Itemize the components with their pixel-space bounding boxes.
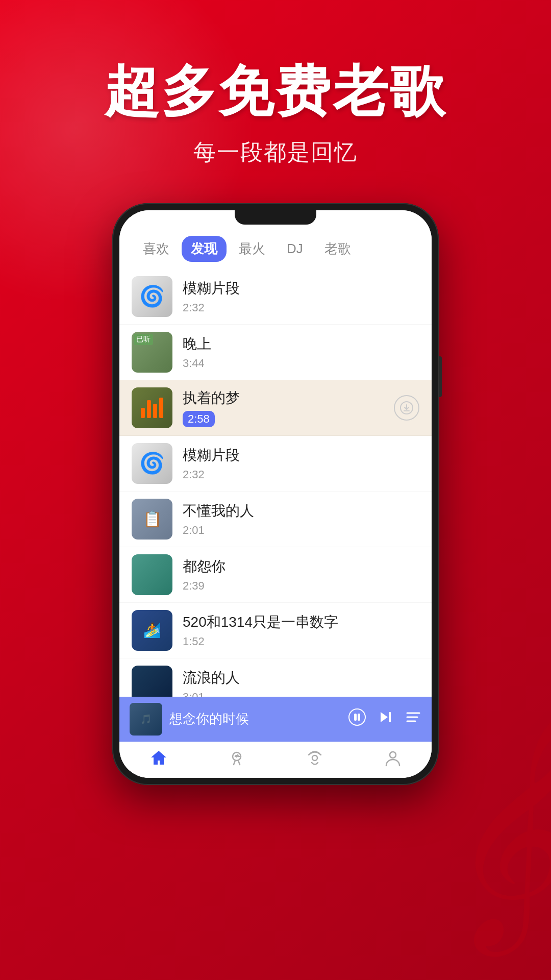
tab-discover[interactable]: 发现 [182,236,227,262]
song-info: 晚上 3:44 [183,334,419,370]
song-duration: 2:32 [183,468,419,481]
svg-rect-4 [358,714,360,721]
sub-title: 每一段都是回忆 [0,137,551,167]
song-item[interactable]: 🌀 模糊片段 2:32 [119,436,432,492]
swirl-icon: 🌀 [139,284,165,308]
song-item[interactable]: 🌀 模糊片段 2:32 [119,269,432,325]
song-list: 🌀 模糊片段 2:32 已听 晚上 3:44 [119,269,432,697]
song-thumbnail: 已听 [132,332,172,373]
song-item[interactable]: 都怨你 2:39 [119,547,432,603]
song-duration: 2:39 [183,579,419,593]
song-item-active[interactable]: 执着的梦 2:58 [119,380,432,436]
phone-screen: 喜欢 发现 最火 DJ 老歌 🌀 模糊片段 2:32 [119,210,432,778]
listened-badge: 已听 [134,334,153,345]
song-info: 520和1314只是一串数字 1:52 [183,612,419,648]
pause-button[interactable] [348,708,366,730]
song-duration: 2:01 [183,524,419,537]
tab-likes[interactable]: 喜欢 [134,236,179,262]
phone-notch [235,210,316,225]
song-title: 都怨你 [183,557,419,576]
np-thumb-icon: 🎵 [140,714,152,725]
next-button[interactable] [378,709,394,729]
playback-controls [348,708,421,730]
song-thumbnail [132,666,172,697]
playlist-button[interactable] [405,709,421,729]
now-playing-title: 想念你的时候 [169,710,341,728]
song-info: 流浪的人 3:01 [183,668,419,697]
song-title: 520和1314只是一串数字 [183,612,419,632]
tab-hot[interactable]: 最火 [230,236,274,262]
song-item[interactable]: 📋 不懂我的人 2:01 [119,492,432,547]
song-thumbnail: 📋 [132,499,172,540]
song-title: 不懂我的人 [183,501,419,521]
svg-point-2 [349,709,365,725]
song-title: 模糊片段 [183,446,419,465]
song-thumbnail [132,387,172,428]
equalizer-icon [141,398,163,418]
song-info: 模糊片段 2:32 [183,446,419,481]
download-button[interactable] [394,395,419,421]
now-playing-bar: 🎵 想念你的时候 [119,697,432,742]
swirl-icon: 🌀 [139,451,165,475]
tab-dj[interactable]: DJ [278,237,312,261]
tab-oldies[interactable]: 老歌 [315,236,360,262]
nav-discover[interactable] [227,748,246,768]
song-duration: 3:44 [183,357,419,370]
song-duration: 2:32 [183,301,419,314]
svg-point-11 [390,752,396,758]
nav-radio[interactable] [305,748,324,768]
song-thumbnail [132,554,172,595]
header-section: 超多免费老歌 每一段都是回忆 [0,0,551,167]
main-title: 超多免费老歌 [0,61,551,122]
now-playing-thumbnail: 🎵 [130,703,162,736]
phone-device: 喜欢 发现 最火 DJ 老歌 🌀 模糊片段 2:32 [112,203,439,785]
song-title: 流浪的人 [183,668,419,688]
nav-home[interactable] [149,748,168,768]
phone-side-button [439,356,442,397]
song-duration-active: 2:58 [183,411,215,427]
song-title: 模糊片段 [183,279,419,298]
song-duration: 3:01 [183,691,419,697]
song-title: 执着的梦 [183,388,384,408]
song-item[interactable]: 🏄 520和1314只是一串数字 1:52 [119,603,432,658]
song-thumbnail: 🌀 [132,276,172,317]
song-title: 晚上 [183,334,419,354]
svg-rect-5 [389,712,391,722]
bottom-navigation [119,742,432,778]
song-item[interactable]: 流浪的人 3:01 [119,658,432,697]
song-duration: 1:52 [183,635,419,648]
song-thumbnail: 🌀 [132,443,172,484]
phone-container: 喜欢 发现 最火 DJ 老歌 🌀 模糊片段 2:32 [0,203,551,785]
song-info: 执着的梦 2:58 [183,388,384,427]
song-item[interactable]: 已听 晚上 3:44 [119,325,432,380]
song-thumbnail: 🏄 [132,610,172,651]
svg-rect-3 [354,714,357,721]
song-info: 都怨你 2:39 [183,557,419,593]
svg-point-10 [312,755,317,761]
nav-profile[interactable] [383,748,403,768]
song-info: 模糊片段 2:32 [183,279,419,314]
song-info: 不懂我的人 2:01 [183,501,419,537]
